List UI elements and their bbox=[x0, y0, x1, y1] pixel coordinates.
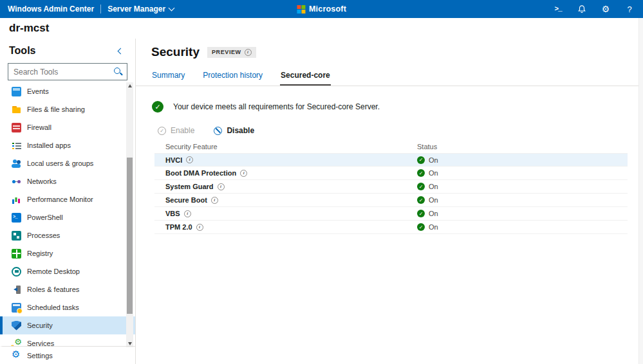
feature-cell: System Guard bbox=[154, 183, 417, 190]
sidebar-scrollbar[interactable] bbox=[126, 82, 133, 347]
sidebar-item-events[interactable]: Events bbox=[0, 82, 135, 100]
server-manager-label: Server Manager bbox=[107, 5, 165, 14]
status-value: On bbox=[429, 183, 438, 190]
sidebar-item-label: Roles & features bbox=[27, 286, 79, 293]
sidebar-item-roles-features[interactable]: Roles & features bbox=[0, 280, 135, 298]
powershell-terminal-icon[interactable]: >_ bbox=[552, 3, 564, 15]
collapse-sidebar-button[interactable] bbox=[115, 45, 126, 57]
status-cell: On bbox=[417, 169, 628, 177]
info-icon[interactable] bbox=[218, 183, 225, 190]
column-header-feature: Security Feature bbox=[154, 143, 417, 150]
info-icon[interactable] bbox=[245, 49, 252, 56]
sidebar-item-label: Performance Monitor bbox=[27, 196, 93, 203]
disable-button[interactable]: Disable bbox=[214, 126, 254, 135]
column-header-status: Status bbox=[417, 143, 628, 150]
feature-name: VBS bbox=[165, 210, 180, 217]
requirements-status: Your device meets all requirements for S… bbox=[151, 101, 634, 113]
status-cell: On bbox=[417, 223, 628, 231]
table-header-row: Security Feature Status bbox=[154, 140, 628, 153]
table-row[interactable]: Boot DMA ProtectionOn bbox=[154, 167, 628, 180]
table-row[interactable]: HVCIOn bbox=[154, 153, 628, 167]
powershell-icon bbox=[12, 213, 21, 223]
tools-sidebar: Tools EventsFiles & file sharingFirewall… bbox=[0, 39, 136, 364]
info-icon[interactable] bbox=[240, 170, 247, 177]
info-icon[interactable] bbox=[211, 197, 218, 204]
status-value: On bbox=[429, 210, 438, 217]
topbar-left: Windows Admin Center Server Manager bbox=[8, 5, 174, 14]
registry-icon bbox=[12, 249, 21, 259]
sidebar-item-registry[interactable]: Registry bbox=[0, 244, 135, 262]
sidebar-item-installed-apps[interactable]: Installed apps bbox=[0, 136, 135, 154]
sidebar-item-settings[interactable]: Settings bbox=[0, 346, 135, 364]
sidebar-item-label: Networks bbox=[27, 177, 57, 185]
feature-name: Boot DMA Protection bbox=[165, 169, 236, 177]
tab-summary[interactable]: Summary bbox=[151, 68, 185, 86]
top-app-bar: Windows Admin Center Server Manager Micr… bbox=[0, 0, 643, 18]
notifications-bell-icon[interactable] bbox=[576, 3, 588, 15]
sidebar-item-label: Services bbox=[27, 340, 54, 346]
sidebar-item-label: Processes bbox=[27, 232, 60, 239]
help-icon[interactable]: ? bbox=[624, 3, 635, 15]
sidebar-item-label: Firewall bbox=[27, 123, 51, 131]
sidebar-item-files[interactable]: Files & file sharing bbox=[0, 100, 135, 118]
microsoft-squares-icon bbox=[297, 5, 305, 14]
success-check-icon bbox=[152, 101, 163, 113]
sidebar-item-powershell[interactable]: PowerShell bbox=[0, 208, 135, 226]
sidebar-item-label: Remote Desktop bbox=[27, 268, 80, 275]
page-scrollbar[interactable] bbox=[638, 18, 643, 364]
sidebar-item-networks[interactable]: Networks bbox=[0, 172, 135, 190]
feature-cell: Secure Boot bbox=[154, 196, 417, 204]
tool-title: Security bbox=[151, 45, 200, 59]
search-icon[interactable] bbox=[113, 67, 123, 77]
enable-button-label: Enable bbox=[171, 126, 194, 135]
feature-cell: TPM 2.0 bbox=[154, 223, 417, 231]
table-row[interactable]: System GuardOn bbox=[154, 180, 628, 194]
sidebar-item-label: PowerShell bbox=[27, 214, 63, 221]
processes-icon bbox=[12, 231, 21, 241]
security-tabs: SummaryProtection historySecured-core bbox=[136, 68, 643, 86]
microsoft-logo[interactable]: Microsoft bbox=[297, 0, 346, 18]
status-cell: On bbox=[417, 196, 628, 204]
sidebar-item-remote-desktop[interactable]: Remote Desktop bbox=[0, 262, 135, 280]
sidebar-item-processes[interactable]: Processes bbox=[0, 226, 135, 244]
product-name-link[interactable]: Windows Admin Center bbox=[8, 5, 94, 14]
scroll-up-button[interactable] bbox=[126, 82, 133, 89]
tools-list: EventsFiles & file sharingFirewallInstal… bbox=[0, 82, 135, 346]
sidebar-item-services[interactable]: Services bbox=[0, 334, 135, 346]
table-row[interactable]: TPM 2.0On bbox=[154, 221, 628, 234]
tools-search bbox=[8, 63, 127, 80]
sidebar-item-performance-monitor[interactable]: Performance Monitor bbox=[0, 190, 135, 208]
feature-cell: Boot DMA Protection bbox=[154, 169, 417, 177]
enable-check-circle-icon bbox=[158, 127, 166, 135]
info-icon[interactable] bbox=[184, 210, 191, 217]
services-icon bbox=[12, 339, 21, 347]
table-row[interactable]: Secure BootOn bbox=[154, 194, 628, 207]
settings-gear-topbar-icon[interactable]: ⚙ bbox=[600, 3, 611, 15]
tools-title: Tools bbox=[9, 45, 35, 57]
tab-protection-history[interactable]: Protection history bbox=[202, 68, 263, 86]
search-input[interactable] bbox=[8, 63, 127, 80]
scheduled-tasks-icon bbox=[12, 303, 21, 313]
status-value: On bbox=[429, 223, 438, 231]
page-title: dr-mcst bbox=[9, 22, 49, 35]
info-icon[interactable] bbox=[196, 224, 203, 231]
sidebar-item-firewall[interactable]: Firewall bbox=[0, 118, 135, 136]
info-icon[interactable] bbox=[186, 156, 193, 163]
chevron-down-icon bbox=[169, 5, 175, 12]
topbar-divider bbox=[100, 5, 101, 14]
enable-button[interactable]: Enable bbox=[158, 126, 194, 135]
status-on-check-icon bbox=[417, 223, 425, 231]
tab-secured-core[interactable]: Secured-core bbox=[280, 68, 331, 86]
disable-button-label: Disable bbox=[227, 126, 254, 135]
folder-icon bbox=[12, 105, 21, 114]
feature-name: Secure Boot bbox=[165, 196, 207, 204]
table-row[interactable]: VBSOn bbox=[154, 207, 628, 221]
sidebar-item-security[interactable]: Security bbox=[0, 316, 135, 334]
command-bar: Enable Disable bbox=[151, 126, 634, 135]
body-layout: Tools EventsFiles & file sharingFirewall… bbox=[0, 39, 643, 364]
sidebar-item-label: Security bbox=[27, 322, 53, 329]
scrollbar-thumb[interactable] bbox=[127, 158, 133, 314]
sidebar-item-local-users-groups[interactable]: Local users & groups bbox=[0, 154, 135, 172]
server-manager-menu[interactable]: Server Manager bbox=[107, 5, 174, 14]
sidebar-item-scheduled-tasks[interactable]: Scheduled tasks bbox=[0, 298, 135, 316]
